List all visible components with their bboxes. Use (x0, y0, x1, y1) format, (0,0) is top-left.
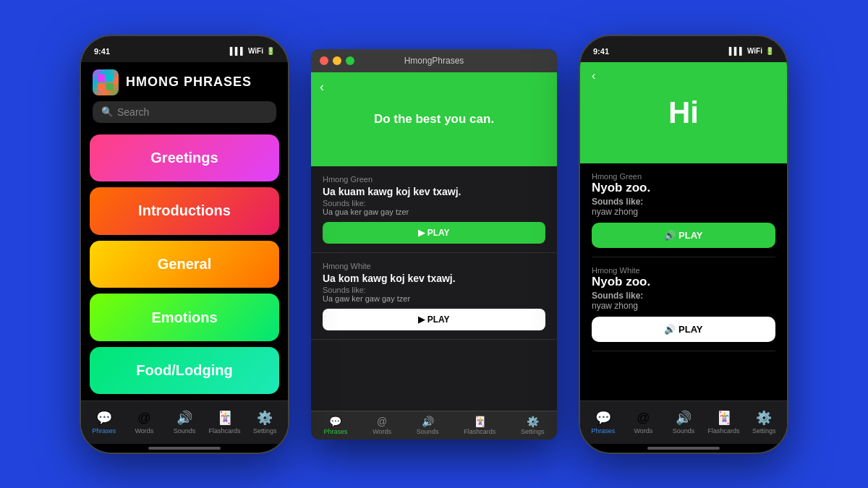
app-icon (93, 69, 119, 95)
p2-phrases-label: Phrases (591, 427, 615, 435)
win-tab-words[interactable]: @ Words (373, 416, 391, 435)
p2-flashcards-label: Flashcards (708, 427, 740, 435)
desktop-phrase-scroll[interactable]: Hmong Green Ua kuam kawg koj kev txawj. … (311, 166, 557, 411)
dialect-label-2: Hmong White (323, 262, 545, 270)
category-general[interactable]: General (90, 241, 279, 288)
desktop-hero: ‹ Do the best you can. (311, 72, 557, 166)
sounds-label-1: Sounds like: (323, 199, 545, 207)
phone1-app-title-text: HMONG PHRASES (126, 74, 252, 90)
p2-play-button-white[interactable]: 🔊 PLAY (592, 317, 775, 342)
tab-flashcards[interactable]: 🃏 Flashcards (205, 410, 245, 435)
minimize-dot[interactable] (333, 56, 341, 65)
play-button-green-1[interactable]: ▶ PLAY (323, 222, 545, 244)
win-flashcards-icon: 🃏 (474, 416, 486, 427)
win-tab-settings[interactable]: ⚙️ Settings (521, 416, 545, 435)
phone2: 9:41 ▌▌▌ WiFi 🔋 ‹ Hi Hmong Green Nyob zo… (579, 35, 788, 454)
window-content: ‹ Do the best you can. Hmong Green Ua ku… (311, 72, 557, 411)
phone2-wifi-icon: WiFi (747, 47, 762, 55)
p2-phrases-icon: 💬 (595, 410, 611, 426)
p2-dialect-2: Hmong White (592, 266, 775, 275)
p2-tab-settings[interactable]: ⚙️ Settings (744, 410, 784, 435)
battery-icon: 🔋 (266, 47, 275, 55)
phone2-content[interactable]: Hmong Green Nyob zoo. Sounds like: nyaw … (580, 163, 787, 401)
category-food-lodging[interactable]: Food/Lodging (90, 347, 279, 395)
p2-words-icon: @ (637, 411, 650, 426)
phone2-time: 9:41 (593, 47, 609, 56)
phone1-header: HMONG PHRASES 🔍 Search (81, 62, 288, 129)
phone2-card-green: Hmong Green Nyob zoo. Sounds like: nyaw … (592, 163, 775, 257)
phone1-search-bar[interactable]: 🔍 Search (93, 101, 276, 123)
phone2-battery-icon: 🔋 (765, 47, 774, 55)
phone1-time: 9:41 (94, 47, 110, 56)
p2-tab-words[interactable]: @ Words (624, 411, 664, 435)
tab-phrases[interactable]: 💬 Phrases (84, 410, 124, 435)
category-emotions[interactable]: Emotions (90, 294, 279, 341)
tab-settings[interactable]: ⚙️ Settings (244, 410, 285, 435)
close-dot[interactable] (320, 56, 328, 65)
p2-play-button-green[interactable]: 🔊 PLAY (592, 223, 775, 248)
phone1-app-title: HMONG PHRASES (93, 69, 276, 95)
phrases-icon: 💬 (96, 410, 112, 426)
back-button[interactable]: ‹ (320, 80, 324, 95)
p2-sounds-val-2: nyaw zhong (592, 301, 775, 311)
phone2-status-right: ▌▌▌ WiFi 🔋 (729, 47, 774, 55)
desktop-card-green: Hmong Green Ua kuam kawg koj kev txawj. … (311, 166, 557, 253)
svg-rect-2 (98, 83, 105, 90)
search-icon: 🔍 (101, 106, 113, 117)
win-words-label: Words (373, 428, 391, 435)
p2-settings-label: Settings (752, 427, 776, 435)
home-indicator (148, 447, 221, 450)
win-tab-flashcards[interactable]: 🃏 Flashcards (464, 416, 495, 435)
p2-tab-phrases[interactable]: 💬 Phrases (583, 410, 624, 435)
win-sounds-icon: 🔊 (422, 416, 434, 427)
category-greetings[interactable]: Greetings (90, 134, 279, 182)
hero-phrase-text: Do the best you can. (352, 112, 516, 127)
sounds-icon: 🔊 (176, 410, 192, 426)
p2-sounds-label-1: Sounds like: (592, 197, 775, 207)
p2-sounds-label-tab: Sounds (673, 427, 695, 435)
p2-flashcards-icon: 🃏 (716, 410, 732, 426)
phone2-hero-text: Hi (668, 95, 699, 130)
window-titlebar: HmongPhrases (311, 49, 557, 72)
tab-sounds[interactable]: 🔊 Sounds (164, 410, 205, 435)
p2-words-label: Words (634, 427, 652, 435)
p2-tab-flashcards[interactable]: 🃏 Flashcards (704, 410, 744, 435)
window-title: HmongPhrases (404, 56, 464, 66)
dialect-label-1: Hmong Green (323, 175, 545, 184)
phone2-tab-bar: 💬 Phrases @ Words 🔊 Sounds 🃏 Flashcards … (580, 401, 787, 444)
svg-rect-1 (106, 74, 114, 82)
signal-icon: ▌▌▌ (230, 47, 245, 55)
p2-sounds-val-1: nyaw zhong (592, 207, 775, 217)
win-flashcards-label: Flashcards (464, 428, 495, 435)
settings-icon: ⚙️ (257, 410, 273, 426)
p2-dialect-1: Hmong Green (592, 172, 775, 181)
sounds-val-1: Ua gua ker gaw gay tzer (323, 207, 545, 216)
category-introductions[interactable]: Introductions (90, 187, 279, 235)
win-phrases-label: Phrases (323, 428, 347, 435)
phone2-card-white: Hmong White Nyob zoo. Sounds like: nyaw … (592, 257, 775, 351)
phone1-categories: Greetings Introductions General Emotions… (81, 129, 288, 401)
win-sounds-label: Sounds (417, 428, 439, 435)
phone2-back-button[interactable]: ‹ (592, 69, 595, 82)
win-tab-phrases[interactable]: 💬 Phrases (323, 416, 347, 435)
win-tab-sounds[interactable]: 🔊 Sounds (417, 416, 439, 435)
p2-tab-sounds[interactable]: 🔊 Sounds (663, 410, 704, 435)
phone2-hero-wrap: ‹ Hi (580, 62, 787, 163)
wifi-icon: WiFi (248, 47, 263, 55)
svg-rect-0 (98, 74, 105, 82)
maximize-dot[interactable] (346, 56, 354, 65)
p2-settings-icon: ⚙️ (756, 410, 772, 426)
phone2-screen: ‹ Hi Hmong Green Nyob zoo. Sounds like: … (580, 62, 787, 453)
hmong-phrase-1: Ua kuam kawg koj kev txawj. (323, 186, 545, 197)
phone2-notch (640, 36, 727, 53)
words-label: Words (135, 427, 153, 435)
phone1-notch (141, 36, 228, 53)
win-phrases-icon: 💬 (329, 416, 341, 427)
win-settings-icon: ⚙️ (527, 416, 539, 427)
p2-hmong-1: Nyob zoo. (592, 181, 775, 195)
phrases-label: Phrases (92, 427, 116, 435)
play-button-white-2[interactable]: ▶ PLAY (323, 309, 545, 330)
desktop-window: HmongPhrases ‹ Do the best you can. Hmon… (311, 49, 557, 440)
tab-words[interactable]: @ Words (124, 411, 165, 435)
hmong-phrase-2: Ua kom kawg koj kev txawj. (323, 273, 545, 284)
